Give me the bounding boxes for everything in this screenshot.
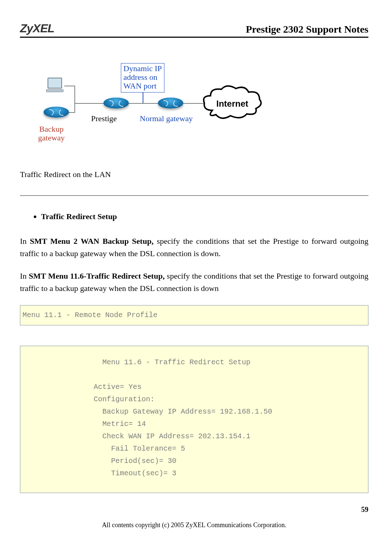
- backup-router-icon: [44, 107, 69, 118]
- page-number: 59: [20, 504, 368, 515]
- backup-gateway-label: Backupgateway: [38, 125, 65, 142]
- dynamic-ip-line1: Dynamic IP: [123, 64, 162, 73]
- page-header: ZyXEL Prestige 2302 Support Notes: [20, 22, 368, 38]
- paragraph-menu2: In SMT Menu 2 WAN Backup Setup, specify …: [20, 235, 368, 260]
- network-diagram: Dynamic IP address on WAN port Prestige …: [24, 59, 263, 154]
- bullet-traffic-redirect-setup: Traffic Redirect Setup: [41, 210, 368, 223]
- code-menu-11-6: Menu 11.6 - Traffic Redirect Setup Activ…: [20, 346, 368, 493]
- document-title: Prestige 2302 Support Notes: [246, 24, 368, 35]
- body-section: Traffic Redirect on the LAN Traffic Redi…: [20, 168, 368, 530]
- prestige-router-icon: [103, 98, 129, 108]
- normal-router-icon: [158, 98, 183, 108]
- internet-label: Internet: [216, 99, 248, 109]
- diagram-wire: [64, 86, 75, 86]
- copyright: All contents copyright (c) 2005 ZyXEL Co…: [20, 520, 368, 530]
- dynamic-ip-line2: address on: [123, 73, 157, 82]
- diagram-wire: [74, 103, 103, 104]
- zyxel-logo: ZyXEL: [20, 22, 54, 35]
- diagram-wire: [129, 103, 158, 104]
- internet-cloud-icon: Internet: [201, 85, 263, 121]
- section-heading: Traffic Redirect on the LAN: [20, 168, 368, 181]
- dynamic-ip-box: Dynamic IP address on WAN port: [121, 63, 164, 93]
- normal-gateway-label: Normal gateway: [140, 114, 193, 123]
- bullet-list: Traffic Redirect Setup: [41, 210, 368, 223]
- dynamic-ip-line3: WAN port: [123, 81, 156, 90]
- code-menu-11-1: Menu 11.1 - Remote Node Profile: [20, 305, 368, 325]
- pc-icon: [45, 78, 64, 94]
- diagram-wire: [74, 86, 75, 113]
- prestige-label: Prestige: [91, 114, 117, 123]
- paragraph-menu116: In SMT Menu 11.6-Traffic Redirect Setup,…: [20, 270, 368, 295]
- divider: [20, 195, 368, 196]
